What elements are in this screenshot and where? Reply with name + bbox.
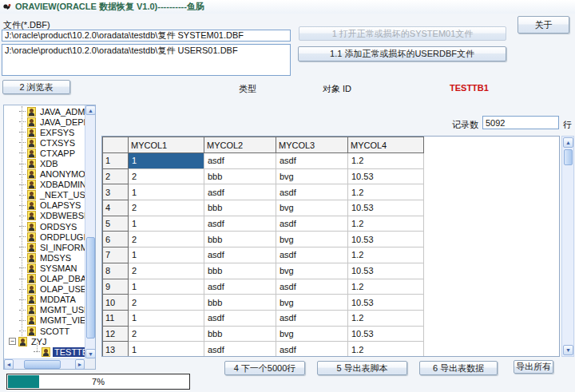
- tree-item-xdbwebserv[interactable]: XDBWEBSERV: [5, 211, 85, 221]
- grid-cell[interactable]: asdf: [276, 216, 348, 232]
- tree-item-java_admin[interactable]: JAVA_ADMIN: [5, 106, 85, 117]
- column-header-mycol4[interactable]: MYCOL4: [348, 137, 424, 153]
- grid-cell[interactable]: asdf: [204, 184, 276, 200]
- tree-item-si_informtn[interactable]: SI_INFORMTN: [5, 242, 85, 252]
- grid-cell[interactable]: bvg: [276, 327, 348, 343]
- row-number-cell[interactable]: 8: [102, 263, 129, 279]
- row-number-cell[interactable]: 10: [102, 295, 129, 311]
- export-all-button[interactable]: 导出所有: [514, 360, 553, 374]
- grid-vertical-scrollbar[interactable]: ▲ ▼: [561, 136, 574, 357]
- grid-cell[interactable]: 1.2: [348, 342, 424, 357]
- grid-cell[interactable]: 1.2: [348, 311, 424, 327]
- grid-cell[interactable]: bvg: [276, 232, 348, 247]
- tree-vertical-scrollbar[interactable]: ▲ ▼: [85, 105, 95, 358]
- grid-cell[interactable]: asdf: [276, 311, 348, 327]
- grid-cell[interactable]: bbb: [204, 200, 276, 216]
- grid-cell[interactable]: bvg: [276, 295, 348, 311]
- row-number-cell[interactable]: 5: [102, 216, 129, 232]
- open-system-file-button[interactable]: 1 打开正常或损坏的SYSTEM01文件: [299, 26, 506, 41]
- grid-cell[interactable]: 1: [129, 184, 204, 200]
- grid-cell[interactable]: asdf: [276, 279, 348, 295]
- row-number-cell[interactable]: 12: [102, 327, 129, 343]
- grid-cell[interactable]: asdf: [204, 279, 276, 295]
- grid-cell[interactable]: asdf: [276, 184, 348, 200]
- row-number-cell[interactable]: 1: [102, 153, 129, 169]
- tree-item-scott[interactable]: SCOTT: [5, 326, 85, 336]
- grid-cell[interactable]: asdf: [204, 247, 276, 263]
- browse-tables-button[interactable]: 2 浏览表: [2, 80, 70, 94]
- user-file-list[interactable]: J:\oracle\product\10.2.0\oradata\testdb\…: [2, 44, 291, 76]
- grid-cell[interactable]: 2: [129, 263, 204, 279]
- grid-cell[interactable]: bbb: [204, 169, 276, 185]
- row-number-cell[interactable]: 3: [102, 184, 129, 200]
- row-number-cell[interactable]: 4: [102, 200, 129, 216]
- add-userdbf-button[interactable]: 1.1 添加正常或损坏的USERDBF文件: [298, 46, 506, 61]
- grid-cell[interactable]: 1.2: [348, 153, 424, 169]
- grid-cell[interactable]: asdf: [204, 153, 276, 169]
- grid-cell[interactable]: 1.2: [348, 247, 424, 263]
- grid-cell[interactable]: bvg: [276, 169, 348, 185]
- tree-item-testtb1[interactable]: TESTTB1: [5, 346, 85, 357]
- grid-cell[interactable]: 10.53: [348, 169, 424, 185]
- grid-cell[interactable]: bbb: [204, 327, 276, 343]
- tree-horizontal-scrollbar[interactable]: ◄ ►: [4, 358, 85, 369]
- tree-item-zyj[interactable]: −ZYJ: [5, 336, 85, 346]
- tree-item-olap_dba[interactable]: OLAP_DBA: [5, 274, 85, 284]
- tree-item-ctxapp[interactable]: CTXAPP: [5, 148, 85, 158]
- tree-item-_next_user[interactable]: _NEXT_USER: [5, 190, 85, 200]
- row-number-cell[interactable]: 9: [102, 279, 129, 295]
- row-number-cell[interactable]: 6: [102, 232, 129, 247]
- tree-item-ordsys[interactable]: ORDSYS: [5, 221, 85, 232]
- grid-cell[interactable]: 10.53: [348, 232, 424, 247]
- tree-item-exfsys[interactable]: EXFSYS: [5, 127, 85, 137]
- tree-item-xdbadmin[interactable]: XDBADMIN: [5, 180, 85, 190]
- grid-cell[interactable]: 2: [129, 232, 204, 247]
- about-button[interactable]: 关于: [518, 16, 569, 34]
- grid-cell[interactable]: 10.53: [348, 200, 424, 216]
- tree-item-ordplugins[interactable]: ORDPLUGINS: [5, 232, 85, 242]
- grid-cell[interactable]: 1: [129, 247, 204, 263]
- next-5000-rows-button[interactable]: 4 下一个5000行: [224, 361, 305, 375]
- grid-cell[interactable]: bvg: [276, 263, 348, 279]
- grid-cell[interactable]: asdf: [276, 153, 348, 169]
- tree-hscroll-thumb[interactable]: [24, 360, 60, 369]
- scroll-up-icon[interactable]: ▲: [85, 105, 96, 115]
- column-header-mycol1[interactable]: MYCOL1: [129, 137, 204, 153]
- grid-cell[interactable]: 10.53: [348, 295, 424, 311]
- tree-scroll-thumb[interactable]: [86, 237, 95, 339]
- grid-cell[interactable]: 1.2: [348, 279, 424, 295]
- record-count-input[interactable]: [482, 116, 559, 129]
- tree-item-mgmt_view[interactable]: MGMT_VIEW: [5, 315, 85, 326]
- tree-item-xdb[interactable]: XDB: [5, 158, 85, 168]
- grid-scroll-thumb[interactable]: [564, 149, 573, 165]
- grid-cell[interactable]: bbb: [204, 232, 276, 247]
- system-file-input[interactable]: [2, 30, 291, 42]
- grid-cell[interactable]: 2: [129, 200, 204, 216]
- tree-item-mddata[interactable]: MDDATA: [5, 295, 85, 305]
- grid-cell[interactable]: bvg: [276, 200, 348, 216]
- tree-item-ctxsys[interactable]: CTXSYS: [5, 137, 85, 148]
- column-header-mycol2[interactable]: MYCOL2: [204, 137, 276, 153]
- grid-cell[interactable]: asdf: [276, 247, 348, 263]
- scroll-right-icon[interactable]: ►: [75, 359, 85, 370]
- grid-cell[interactable]: 1: [129, 216, 204, 232]
- row-number-cell[interactable]: 13: [102, 342, 129, 357]
- tree-item-mgmt_user[interactable]: MGMT_USER: [5, 305, 85, 315]
- export-table-data-button[interactable]: 6 导出表数据: [419, 361, 498, 375]
- expand-minus-icon[interactable]: −: [9, 338, 16, 345]
- grid-cell[interactable]: 10.53: [348, 327, 424, 343]
- tree-item-olapsys[interactable]: OLAPSYS: [5, 200, 85, 211]
- grid-cell[interactable]: bbb: [204, 295, 276, 311]
- tree-item-olap_user[interactable]: OLAP_USER: [5, 284, 85, 295]
- row-number-cell[interactable]: 11: [102, 311, 129, 327]
- grid-cell[interactable]: bbb: [204, 263, 276, 279]
- grid-cell[interactable]: 1: [129, 153, 204, 169]
- export-table-script-button[interactable]: 5 导出表脚本: [317, 361, 407, 375]
- grid-cell[interactable]: 10.53: [348, 263, 424, 279]
- grid-cell[interactable]: 2: [129, 169, 204, 185]
- grid-cell[interactable]: asdf: [276, 342, 348, 357]
- scroll-down-icon[interactable]: ▼: [85, 349, 96, 358]
- grid-cell[interactable]: asdf: [204, 216, 276, 232]
- grid-cell[interactable]: 1.2: [348, 216, 424, 232]
- tree-item-anonymous[interactable]: ANONYMOUS: [5, 169, 85, 180]
